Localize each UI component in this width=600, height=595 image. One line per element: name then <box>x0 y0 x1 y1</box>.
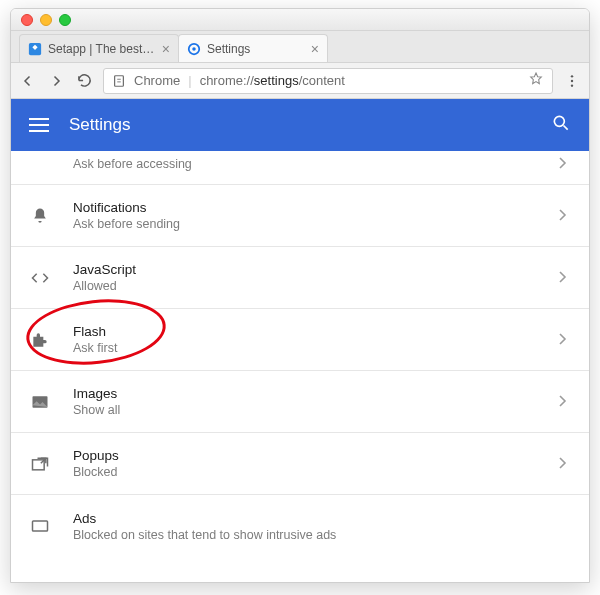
settings-row-popups[interactable]: Popups Blocked <box>11 433 589 495</box>
popup-icon <box>29 453 51 475</box>
settings-header: Settings <box>11 99 589 151</box>
tab-setapp[interactable]: Setapp | The best apps × <box>19 34 179 62</box>
settings-row-images[interactable]: Images Show all <box>11 371 589 433</box>
zoom-window-button[interactable] <box>59 14 71 26</box>
chrome-menu-button[interactable] <box>563 72 581 90</box>
browser-toolbar: Chrome | chrome://settings/content <box>11 63 589 99</box>
tab-settings[interactable]: Settings × <box>178 34 328 62</box>
svg-point-6 <box>571 84 573 86</box>
row-subtitle: Show all <box>73 403 537 417</box>
image-icon <box>29 391 51 413</box>
url-strong: settings <box>254 73 299 88</box>
row-title: Images <box>73 386 537 401</box>
minimize-window-button[interactable] <box>40 14 52 26</box>
svg-point-2 <box>192 47 196 51</box>
svg-point-7 <box>554 116 564 126</box>
bell-icon <box>29 205 51 227</box>
close-window-button[interactable] <box>21 14 33 26</box>
close-tab-icon[interactable]: × <box>311 42 319 56</box>
forward-button[interactable] <box>47 72 65 90</box>
row-subtitle: Allowed <box>73 279 537 293</box>
row-title: Ads <box>73 511 537 526</box>
settings-row-location[interactable]: Ask before accessing <box>11 151 589 185</box>
close-tab-icon[interactable]: × <box>162 42 170 56</box>
window-titlebar <box>11 9 589 31</box>
puzzle-icon <box>29 329 51 351</box>
row-subtitle: Blocked <box>73 465 537 479</box>
svg-rect-3 <box>115 75 124 86</box>
page-title: Settings <box>69 115 130 135</box>
row-title: Notifications <box>73 200 537 215</box>
search-icon <box>551 113 571 133</box>
settings-row-ads[interactable]: Ads Blocked on sites that tend to show i… <box>11 495 589 557</box>
settings-row-flash[interactable]: Flash Ask first <box>11 309 589 371</box>
tab-label: Setapp | The best apps <box>48 42 156 56</box>
back-button[interactable] <box>19 72 37 90</box>
reload-button[interactable] <box>75 72 93 90</box>
row-title: Popups <box>73 448 537 463</box>
row-subtitle: Ask first <box>73 341 537 355</box>
chevron-right-icon <box>559 155 567 173</box>
url-host: chrome:// <box>200 73 254 88</box>
ads-icon <box>29 515 51 537</box>
search-settings-button[interactable] <box>551 113 571 138</box>
page-content: Settings Ask before accessing <box>11 99 589 582</box>
row-subtitle: Ask before sending <box>73 217 537 231</box>
setapp-favicon-icon <box>28 42 42 56</box>
chevron-right-icon <box>559 331 567 349</box>
tab-label: Settings <box>207 42 250 56</box>
row-title: Flash <box>73 324 537 339</box>
chevron-right-icon <box>559 269 567 287</box>
content-settings-list: Ask before accessing Notifications Ask b… <box>11 151 589 582</box>
bookmark-star-icon[interactable] <box>528 71 544 90</box>
row-subtitle: Blocked on sites that tend to show intru… <box>73 528 537 542</box>
chevron-right-icon <box>559 455 567 473</box>
chevron-right-icon <box>559 207 567 225</box>
tab-strip: Setapp | The best apps × Settings × <box>11 31 589 63</box>
svg-point-4 <box>571 75 573 77</box>
row-subtitle: Ask before accessing <box>73 157 537 171</box>
svg-point-8 <box>35 159 45 169</box>
browser-window: Setapp | The best apps × Settings × Chro… <box>10 8 590 583</box>
url-scheme-label: Chrome <box>134 73 180 88</box>
row-title: JavaScript <box>73 262 537 277</box>
page-info-icon[interactable] <box>112 74 126 88</box>
chevron-right-icon <box>559 393 567 411</box>
svg-rect-11 <box>33 521 48 531</box>
settings-row-javascript[interactable]: JavaScript Allowed <box>11 247 589 309</box>
code-icon <box>29 267 51 289</box>
svg-point-5 <box>571 79 573 81</box>
gear-favicon-icon <box>187 42 201 56</box>
menu-icon[interactable] <box>29 118 49 132</box>
settings-row-notifications[interactable]: Notifications Ask before sending <box>11 185 589 247</box>
address-bar[interactable]: Chrome | chrome://settings/content <box>103 68 553 94</box>
url-rest: /content <box>299 73 345 88</box>
